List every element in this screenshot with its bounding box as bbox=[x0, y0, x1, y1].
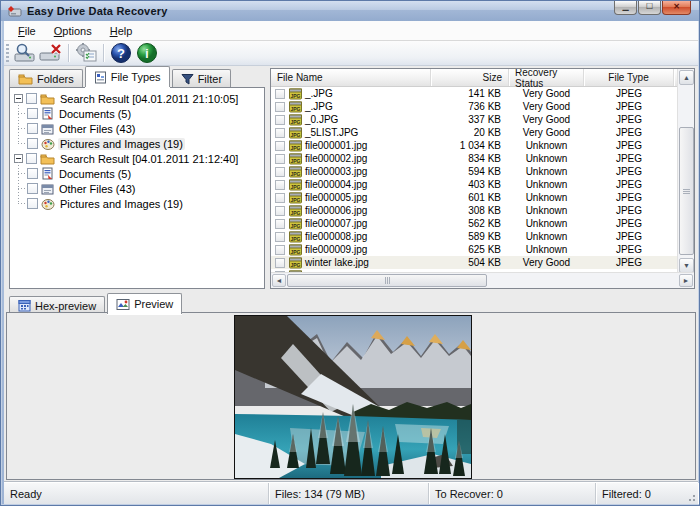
horizontal-scrollbar[interactable]: ◄ ► bbox=[271, 272, 694, 288]
jpg-file-icon: JPG bbox=[289, 192, 302, 204]
horizontal-scroll-thumb[interactable] bbox=[287, 274, 487, 287]
table-row[interactable]: JPGfile000009.jpg625 KBUnknownJPEG bbox=[271, 243, 677, 256]
row-checkbox[interactable] bbox=[275, 232, 285, 242]
jpg-file-icon: JPG bbox=[289, 88, 302, 100]
table-row[interactable]: JPGfile000006.jpg308 KBUnknownJPEG bbox=[271, 204, 677, 217]
tree-item-search-result[interactable]: Search Result [04.01.2011 21:10:05] bbox=[10, 91, 264, 106]
table-row[interactable]: JPG_5LIST.JPG20 KBVery GoodJPEG bbox=[271, 126, 677, 139]
tree-item-category[interactable]: Pictures and Images (19) bbox=[10, 196, 264, 211]
tree-checkbox[interactable] bbox=[27, 168, 38, 179]
row-checkbox[interactable] bbox=[275, 128, 285, 138]
tree-checkbox[interactable] bbox=[27, 198, 38, 209]
table-row[interactable]: JPGfile000008.jpg589 KBUnknownJPEG bbox=[271, 230, 677, 243]
file-type: JPEG bbox=[584, 88, 674, 99]
row-checkbox[interactable] bbox=[275, 89, 285, 99]
scan-drive-button[interactable] bbox=[12, 42, 38, 64]
tab-preview[interactable]: Preview bbox=[107, 293, 182, 314]
menu-file[interactable]: File bbox=[10, 23, 44, 39]
column-recovery-status[interactable]: Recovery Status bbox=[509, 69, 584, 86]
svg-text:JPG: JPG bbox=[290, 235, 300, 241]
row-checkbox[interactable] bbox=[275, 245, 285, 255]
row-checkbox[interactable] bbox=[275, 154, 285, 164]
svg-text:JPG: JPG bbox=[290, 261, 300, 267]
recovery-status: Unknown bbox=[509, 218, 584, 229]
tab-folders[interactable]: Folders bbox=[9, 69, 83, 87]
table-row[interactable]: JPGwinter lake.jpg504 KBVery GoodJPEG bbox=[271, 256, 677, 269]
column-file-name[interactable]: File Name bbox=[271, 69, 431, 86]
title-bar[interactable]: Easy Drive Data Recovery ▁ ☐ ✕ bbox=[1, 1, 700, 21]
row-checkbox[interactable] bbox=[275, 141, 285, 151]
status-files: Files: 134 (79 MB) bbox=[269, 483, 429, 504]
scroll-down-button[interactable]: ▼ bbox=[679, 258, 694, 273]
tree-checkbox[interactable] bbox=[26, 93, 37, 104]
file-type: JPEG bbox=[584, 257, 674, 268]
table-row[interactable]: JPGfile000001.jpg1 034 KBUnknownJPEG bbox=[271, 139, 677, 152]
tree-checkbox[interactable] bbox=[27, 123, 38, 134]
row-checkbox[interactable] bbox=[275, 102, 285, 112]
row-checkbox[interactable] bbox=[275, 167, 285, 177]
about-button[interactable]: i bbox=[134, 42, 160, 64]
help-icon: ? bbox=[110, 42, 132, 64]
tree-checkbox[interactable] bbox=[27, 108, 38, 119]
table-row[interactable]: JPGfile000007.jpg562 KBUnknownJPEG bbox=[271, 217, 677, 230]
tree-item-category[interactable]: Pictures and Images (19) bbox=[10, 136, 264, 151]
vertical-scroll-thumb[interactable] bbox=[679, 127, 694, 255]
table-row[interactable]: JPG_0.JPG337 KBVery GoodJPEG bbox=[271, 113, 677, 126]
other-files-icon bbox=[41, 123, 54, 135]
row-checkbox[interactable] bbox=[275, 206, 285, 216]
options-button[interactable] bbox=[73, 42, 99, 64]
close-button[interactable]: ✕ bbox=[662, 1, 691, 15]
jpg-file-icon: JPG bbox=[289, 153, 302, 165]
file-size: 589 KB bbox=[431, 231, 509, 242]
row-checkbox[interactable] bbox=[275, 193, 285, 203]
tree-checkbox[interactable] bbox=[26, 153, 37, 164]
row-checkbox[interactable] bbox=[275, 219, 285, 229]
column-file-type[interactable]: File Type bbox=[584, 69, 674, 86]
stop-scan-button[interactable] bbox=[38, 42, 64, 64]
file-name: file000002.jpg bbox=[305, 153, 367, 164]
table-row[interactable]: JPGfile000005.jpg601 KBUnknownJPEG bbox=[271, 191, 677, 204]
vertical-scrollbar[interactable]: ▲ ▼ bbox=[677, 69, 694, 274]
table-row[interactable]: JPG_.JPG141 KBVery GoodJPEG bbox=[271, 87, 677, 100]
other-files-icon bbox=[41, 183, 54, 195]
menu-help[interactable]: Help bbox=[102, 23, 141, 39]
table-row[interactable]: JPGfile000002.jpg834 KBUnknownJPEG bbox=[271, 152, 677, 165]
tree-item-category[interactable]: Other Files (43) bbox=[10, 181, 264, 196]
tab-file-types[interactable]: File Types bbox=[85, 66, 170, 87]
file-size: 601 KB bbox=[431, 192, 509, 203]
help-button[interactable]: ? bbox=[108, 42, 134, 64]
file-size: 403 KB bbox=[431, 179, 509, 190]
svg-text:JPG: JPG bbox=[290, 209, 300, 215]
table-row[interactable]: JPGfile000003.jpg594 KBUnknownJPEG bbox=[271, 165, 677, 178]
toolbar-grip[interactable] bbox=[6, 44, 9, 63]
resize-grip[interactable] bbox=[686, 492, 696, 502]
scroll-right-button[interactable]: ► bbox=[679, 274, 693, 287]
column-size[interactable]: Size bbox=[431, 69, 509, 86]
recovery-status: Very Good bbox=[509, 114, 584, 125]
table-row[interactable]: JPGfile000004.jpg403 KBUnknownJPEG bbox=[271, 178, 677, 191]
file-type: JPEG bbox=[584, 114, 674, 125]
file-type: JPEG bbox=[584, 244, 674, 255]
svg-text:JPG: JPG bbox=[290, 131, 300, 137]
tree-item-label: Pictures and Images (19) bbox=[58, 138, 185, 150]
tree-item-category[interactable]: Documents (5) bbox=[10, 106, 264, 121]
minimize-button[interactable]: ▁ bbox=[614, 1, 637, 15]
menu-options[interactable]: Options bbox=[46, 23, 100, 39]
row-checkbox[interactable] bbox=[275, 180, 285, 190]
recovery-status: Unknown bbox=[509, 153, 584, 164]
tree-item-label: Documents (5) bbox=[57, 168, 133, 180]
maximize-button[interactable]: ☐ bbox=[638, 1, 661, 15]
file-name: winter lake.jpg bbox=[305, 257, 369, 268]
row-checkbox[interactable] bbox=[275, 115, 285, 125]
tree-checkbox[interactable] bbox=[27, 138, 38, 149]
row-checkbox[interactable] bbox=[275, 258, 285, 268]
scroll-left-button[interactable]: ◄ bbox=[272, 274, 286, 287]
scroll-up-button[interactable]: ▲ bbox=[679, 70, 694, 85]
tree-item-category[interactable]: Documents (5) bbox=[10, 166, 264, 181]
tree-item-category[interactable]: Other Files (43) bbox=[10, 121, 264, 136]
tree-item-search-result[interactable]: Search Result [04.01.2011 21:12:40] bbox=[10, 151, 264, 166]
tree-checkbox[interactable] bbox=[27, 183, 38, 194]
table-row[interactable]: JPG_.JPG736 KBVery GoodJPEG bbox=[271, 100, 677, 113]
file-size: 834 KB bbox=[431, 153, 509, 164]
tab-filter[interactable]: Filter bbox=[172, 69, 231, 87]
